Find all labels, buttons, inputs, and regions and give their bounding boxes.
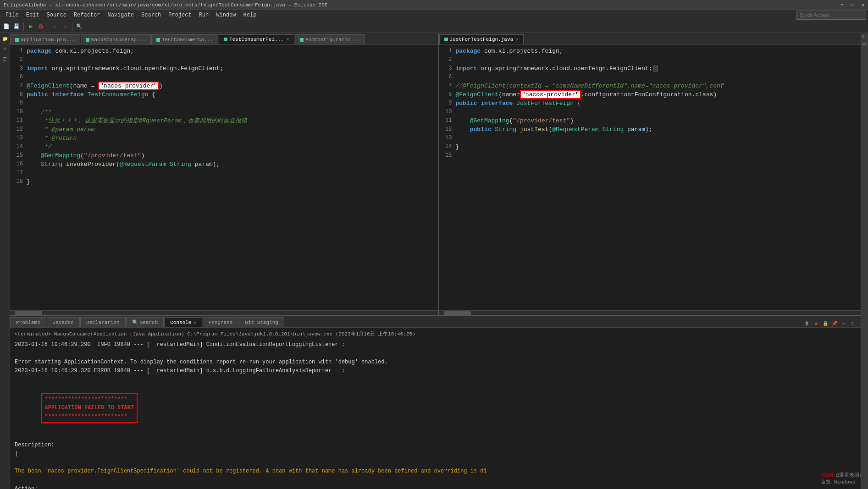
tab-javadoc[interactable]: Javadoc — [47, 317, 80, 327]
menu-source[interactable]: Source — [43, 11, 70, 19]
tab-label: NacosConsumerAp... — [91, 37, 146, 43]
right-code-editor[interactable]: 1 package com.xl.projects.feign; 2 3 imp… — [439, 45, 868, 310]
tab-icon — [156, 38, 160, 42]
right-code-lines: 1 package com.xl.projects.feign; 2 3 imp… — [439, 45, 868, 162]
tab-just-for-test-feign[interactable]: JustForTestFeign.java ✕ — [439, 34, 524, 44]
console-output: <terminated> NacosConsumerApplication [J… — [10, 328, 868, 489]
minimize-btn[interactable]: − — [840, 2, 844, 8]
console-line-3: Error starting ApplicationContext. To di… — [15, 358, 863, 367]
tab-foo-configuration[interactable]: FooConfiguratio... — [295, 34, 365, 44]
right-scrollbar[interactable] — [439, 310, 868, 315]
left-line-17: 17 — [10, 169, 438, 177]
left-code-editor[interactable]: 1 package com.xl.projects.feign; 2 3 imp… — [10, 45, 438, 310]
debug-btn[interactable]: 🐞 — [36, 22, 45, 31]
tab-label: application.pro... — [21, 37, 75, 43]
right-line-12: 12 public String justTest(@RequestParam … — [439, 125, 868, 134]
right-line-8: 8 @FeignClient(name="nacos-provider",con… — [439, 90, 868, 99]
left-scrollbar-thumb[interactable] — [15, 311, 42, 315]
left-line-12: 12 * @param param — [10, 125, 438, 134]
tab-test-consumer-co[interactable]: TestConsumerCo... — [151, 34, 218, 44]
left-scrollbar[interactable] — [10, 310, 438, 315]
left-line-6: 6 — [10, 73, 438, 82]
console-line-6 — [15, 432, 863, 440]
run-btn[interactable]: ▶ — [26, 22, 35, 31]
clear-console-btn[interactable]: 🗑 — [803, 319, 811, 327]
menu-search[interactable]: Search — [138, 11, 165, 19]
title-bar: EclipseAlibaba - xl-nacos-consumer/src/m… — [0, 0, 868, 10]
new-btn[interactable]: 📄 — [2, 22, 11, 31]
scroll-lock-btn[interactable]: 🔒 — [821, 319, 829, 327]
right-sidebar: S 中 — [861, 33, 868, 489]
tab-nacos-consumer-app[interactable]: NacosConsumerAp... — [81, 34, 151, 44]
bottom-panel: Problems Javadoc Declaration 🔍Search Con… — [10, 315, 868, 489]
right-tab-bar: JustForTestFeign.java ✕ — [439, 33, 868, 45]
tab-search[interactable]: 🔍Search — [126, 317, 164, 327]
right-line-7: 7 //@FeignClient(contextId = "sameNameDi… — [439, 82, 868, 90]
tab-icon — [444, 38, 448, 41]
tab-test-consumer-feign[interactable]: TestConsumerFei... ✕ — [219, 34, 294, 44]
sidebar-outline[interactable]: ≡ — [1, 45, 9, 53]
tab-console[interactable]: Console ✕ — [164, 317, 202, 327]
right-sidebar-icon-2[interactable]: 中 — [862, 42, 868, 47]
right-line-14: 14 } — [439, 143, 868, 151]
forward-btn[interactable]: → — [61, 22, 70, 31]
maximize-panel-btn[interactable]: □ — [849, 319, 857, 327]
right-sidebar-icon-1[interactable]: S — [862, 35, 868, 40]
left-editor-pane: application.pro... NacosConsumerAp... Te… — [10, 33, 439, 315]
menu-run[interactable]: Run — [195, 11, 213, 19]
console-cursor-line: | — [15, 450, 863, 458]
left-line-2: 2 — [10, 55, 438, 64]
menu-help[interactable]: Help — [240, 11, 260, 19]
pin-btn[interactable]: 📌 — [830, 319, 839, 327]
console-bean-error-line: The bean 'nacos-provider.FeignClientSpec… — [15, 467, 863, 476]
tab-icon — [86, 38, 89, 42]
sidebar-package-explorer[interactable]: 📁 — [1, 35, 9, 43]
close-btn[interactable]: ✕ — [861, 2, 864, 8]
tab-close-icon[interactable]: ✕ — [287, 37, 289, 42]
left-tab-bar: application.pro... NacosConsumerAp... Te… — [10, 33, 438, 45]
console-tab-close-icon[interactable]: ✕ — [193, 320, 196, 325]
save-btn[interactable]: 💾 — [12, 22, 21, 31]
quick-access-input[interactable] — [796, 11, 866, 20]
tab-progress[interactable]: Progress — [203, 317, 239, 327]
sidebar-hierarchy[interactable]: ☰ — [1, 55, 9, 63]
tab-application[interactable]: application.pro... — [10, 34, 80, 44]
menu-edit[interactable]: Edit — [22, 11, 43, 19]
left-line-11: 11 *注意！！！. 这里需要显示的指定@RquestParam，否者调用的时候… — [10, 116, 438, 125]
editor-area: application.pro... NacosConsumerAp... Te… — [10, 33, 868, 315]
left-line-7: 7 @FeignClient(name = "nacos-provider") — [10, 82, 438, 90]
maximize-btn[interactable]: □ — [851, 2, 854, 8]
stop-btn[interactable]: ■ — [812, 319, 820, 327]
tab-close-right-icon[interactable]: ✕ — [516, 37, 519, 42]
separator-2 — [48, 22, 48, 31]
minimize-panel-btn[interactable]: − — [840, 319, 848, 327]
tab-git-staging[interactable]: Git Staging — [239, 317, 284, 327]
tab-label: JustForTestFeign.java — [450, 37, 514, 42]
tab-problems[interactable]: Problems — [10, 317, 46, 327]
right-line-11: 11 @GetMapping("/provider/test") — [439, 116, 868, 125]
right-scrollbar-thumb[interactable] — [444, 311, 471, 315]
console-line-1: 2023-01-16 10:46:29.290 INFO 19840 --- [… — [15, 341, 863, 349]
bottom-tab-bar: Problems Javadoc Declaration 🔍Search Con… — [10, 316, 868, 328]
left-line-13: 13 * @return — [10, 134, 438, 143]
right-line-13: 13 — [439, 134, 868, 143]
menu-project[interactable]: Project — [165, 11, 195, 19]
separator-3 — [72, 22, 72, 31]
console-line-8 — [15, 476, 863, 484]
back-btn[interactable]: ← — [50, 22, 60, 31]
left-line-1: 1 package com.xl.projects.feign; — [10, 47, 438, 55]
toolbar: 📄 💾 ▶ 🐞 ← → 🔍 — [0, 20, 868, 33]
main-content: application.pro... NacosConsumerAp... Te… — [10, 33, 868, 489]
menu-navigate[interactable]: Navigate — [104, 11, 138, 19]
terminated-line: <terminated> NacosConsumerApplication [J… — [15, 330, 863, 339]
right-line-10: 10 — [439, 108, 868, 116]
tab-declaration[interactable]: Declaration — [80, 317, 126, 327]
menu-file[interactable]: File — [2, 11, 22, 19]
left-code-lines: 1 package com.xl.projects.feign; 2 3 imp… — [10, 45, 438, 188]
tab-label: FooConfiguratio... — [305, 37, 360, 43]
tab-icon — [15, 38, 19, 42]
right-editor-pane: JustForTestFeign.java ✕ 1 package com.xl… — [439, 33, 868, 315]
menu-refactor[interactable]: Refactor — [70, 11, 104, 19]
search-btn[interactable]: 🔍 — [75, 22, 84, 31]
menu-window[interactable]: Window — [212, 11, 239, 19]
